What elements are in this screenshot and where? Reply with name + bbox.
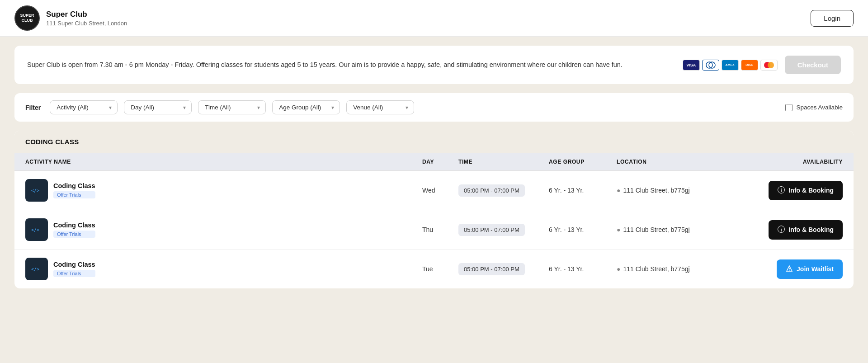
time-filter[interactable]: Time (All) ▾ — [198, 100, 266, 114]
day-cell: Thu — [422, 226, 458, 233]
activity-name: Coding Class — [53, 261, 95, 268]
org-info: Super Club 111 Super Club Street, London — [46, 10, 127, 27]
diners-icon — [702, 60, 719, 71]
activity-thumbnail: </> — [25, 218, 48, 241]
location-text: 111 Club Street, b775gj — [623, 265, 689, 273]
amex-icon: AMEX — [722, 60, 739, 71]
location-cell: ● 111 Club Street, b775gj — [617, 265, 752, 273]
age-cell: 6 Yr. - 13 Yr. — [549, 226, 617, 233]
activity-thumbnail: </> — [25, 179, 48, 202]
availability-cell: i Info & Booking — [752, 220, 843, 240]
col-location: LOCATION — [617, 159, 752, 165]
button-label: Info & Booking — [788, 187, 834, 194]
svg-text:</>: </> — [31, 267, 39, 272]
activity-cell: </> Coding Class Offer Trials — [25, 218, 422, 241]
login-button[interactable]: Login — [811, 10, 854, 27]
main-content: Super Club is open from 7.30 am - 6 pm M… — [0, 37, 868, 297]
section-header: CODING CLASS — [14, 131, 854, 153]
mastercard-icon — [760, 60, 778, 71]
offer-badge: Offer Trials — [53, 191, 95, 198]
offer-badge: Offer Trials — [53, 270, 95, 277]
section-title: CODING CLASS — [25, 138, 79, 146]
discover-icon: DISC — [741, 60, 758, 71]
col-time: TIME — [458, 159, 549, 165]
button-label: Join Waitlist — [797, 265, 834, 273]
offer-badge: Offer Trials — [53, 231, 95, 238]
header-left: SUPER CLUB Super Club 111 Super Club Str… — [14, 5, 127, 31]
svg-text:</>: </> — [31, 227, 39, 232]
activity-cell: </> Coding Class Offer Trials — [25, 258, 422, 280]
org-name: Super Club — [46, 10, 127, 19]
day-cell: Wed — [422, 187, 458, 194]
activity-select[interactable]: Activity (All) — [57, 104, 105, 111]
join-waitlist-button[interactable]: Join Waitlist — [777, 259, 843, 279]
activity-info: Coding Class Offer Trials — [53, 182, 95, 198]
header: SUPER CLUB Super Club 111 Super Club Str… — [0, 0, 868, 37]
day-cell: Tue — [422, 265, 458, 273]
activity-filter[interactable]: Activity (All) ▾ — [50, 100, 118, 114]
col-activity: ACTIVITY NAME — [25, 159, 422, 165]
class-section: CODING CLASS ACTIVITY NAME DAY TIME AGE … — [14, 131, 854, 288]
logo: SUPER CLUB — [14, 5, 40, 31]
location-text: 111 Club Street, b775gj — [623, 187, 689, 194]
chevron-down-icon: ▾ — [331, 104, 334, 111]
table-header: ACTIVITY NAME DAY TIME AGE GROUP LOCATIO… — [14, 153, 854, 171]
visa-icon: VISA — [683, 60, 700, 71]
info-icon: i — [778, 186, 785, 195]
info-booking-button[interactable]: i Info & Booking — [769, 181, 843, 200]
svg-text:</>: </> — [31, 188, 39, 193]
info-booking-button[interactable]: i Info & Booking — [769, 220, 843, 240]
spaces-available-checkbox[interactable] — [785, 104, 793, 111]
col-day: DAY — [422, 159, 458, 165]
location-cell: ● 111 Club Street, b775gj — [617, 226, 752, 233]
table-body: </> Coding Class Offer Trials Wed 05:00 … — [14, 171, 854, 288]
table-row: </> Coding Class Offer Trials Thu 05:00 … — [14, 210, 854, 250]
checkout-button[interactable]: Checkout — [785, 56, 841, 74]
day-select[interactable]: Day (All) — [131, 104, 179, 111]
day-filter[interactable]: Day (All) ▾ — [124, 100, 192, 114]
availability-cell: i Info & Booking — [752, 181, 843, 200]
waitlist-icon — [786, 265, 793, 273]
svg-text:i: i — [781, 188, 782, 193]
age-group-filter[interactable]: Age Group (All) ▾ — [272, 100, 340, 114]
info-banner: Super Club is open from 7.30 am - 6 pm M… — [14, 46, 854, 84]
table-row: </> Coding Class Offer Trials Tue 05:00 … — [14, 250, 854, 288]
age-group-select[interactable]: Age Group (All) — [279, 104, 328, 111]
org-address: 111 Super Club Street, London — [46, 20, 127, 27]
filter-label: Filter — [25, 104, 41, 111]
time-cell: 05:00 PM - 07:00 PM — [458, 184, 549, 197]
time-badge: 05:00 PM - 07:00 PM — [458, 263, 525, 275]
payment-icons: VISA AMEX DISC — [683, 60, 778, 71]
time-cell: 05:00 PM - 07:00 PM — [458, 263, 549, 275]
col-age-group: AGE GROUP — [549, 159, 617, 165]
banner-right: VISA AMEX DISC Checkout — [683, 56, 841, 74]
spaces-available-filter[interactable]: Spaces Available — [785, 104, 843, 111]
activity-name: Coding Class — [53, 222, 95, 229]
location-text: 111 Club Street, b775gj — [623, 226, 689, 233]
logo-text-line2: CLUB — [22, 18, 33, 23]
chevron-down-icon: ▾ — [183, 104, 186, 111]
location-pin-icon: ● — [617, 265, 620, 273]
time-badge: 05:00 PM - 07:00 PM — [458, 184, 525, 197]
activity-info: Coding Class Offer Trials — [53, 261, 95, 277]
time-select[interactable]: Time (All) — [205, 104, 254, 111]
logo-text-line1: SUPER — [20, 13, 34, 18]
activity-name: Coding Class — [53, 182, 95, 189]
spaces-available-label: Spaces Available — [796, 104, 843, 111]
chevron-down-icon: ▾ — [109, 104, 112, 111]
availability-cell: Join Waitlist — [752, 259, 843, 279]
venue-filter[interactable]: Venue (All) ▾ — [346, 100, 414, 114]
time-cell: 05:00 PM - 07:00 PM — [458, 224, 549, 236]
svg-point-16 — [789, 270, 790, 271]
activity-cell: </> Coding Class Offer Trials — [25, 179, 422, 202]
activity-info: Coding Class Offer Trials — [53, 222, 95, 238]
banner-text: Super Club is open from 7.30 am - 6 pm M… — [27, 60, 672, 70]
activity-thumbnail: </> — [25, 258, 48, 280]
location-cell: ● 111 Club Street, b775gj — [617, 187, 752, 194]
location-pin-icon: ● — [617, 187, 620, 194]
chevron-down-icon: ▾ — [257, 104, 260, 111]
filter-bar: Filter Activity (All) ▾ Day (All) ▾ Time… — [14, 93, 854, 122]
time-badge: 05:00 PM - 07:00 PM — [458, 224, 525, 236]
svg-point-3 — [768, 62, 774, 68]
venue-select[interactable]: Venue (All) — [353, 104, 402, 111]
